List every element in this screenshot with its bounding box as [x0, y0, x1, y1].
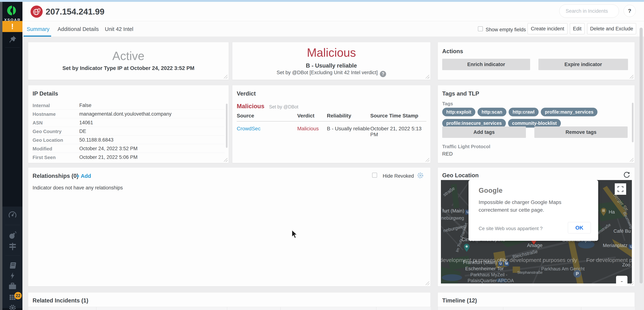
briefcase-icon[interactable]: [2, 281, 22, 291]
window-top-strip: [0, 0, 644, 2]
verdict-set-by-note: Set by @DBot [Excluding Unit 42 Intel ve…: [232, 70, 430, 77]
tag[interactable]: http:exploit: [442, 108, 475, 116]
tag[interactable]: http:scan: [478, 108, 506, 116]
page-header: [22, 2, 644, 21]
restaurant-pin-icon: [600, 208, 607, 217]
relationships-title: Relationships (0): [32, 173, 78, 179]
delete-and-exclude-button[interactable]: Delete and Exclude: [587, 23, 636, 34]
timeline-card: Timeline (12): [438, 292, 635, 310]
resize-handle[interactable]: [426, 158, 429, 162]
resize-handle[interactable]: [630, 281, 634, 285]
scrollbar[interactable]: [226, 104, 228, 148]
add-relationship-link[interactable]: + Add: [76, 173, 91, 179]
verdict-set-by: Set by @DBot: [269, 104, 298, 110]
tag[interactable]: profile:insecure_services: [442, 119, 506, 128]
ubahn-badge: U: [628, 244, 632, 249]
indicator-type-icon: [30, 5, 43, 19]
xsoar-indicator-page: XSOAR !: [0, 0, 644, 310]
dashboard-gauge-icon[interactable]: [2, 210, 22, 220]
resize-handle[interactable]: [224, 158, 228, 162]
ip-details-card: IP Details InternalFalse Hostnamemanagem…: [28, 85, 229, 163]
resize-handle[interactable]: [630, 158, 634, 162]
signpost-icon[interactable]: [2, 241, 22, 251]
column-divider: [581, 307, 581, 310]
hide-revoked-checkbox[interactable]: [372, 173, 377, 178]
create-incident-button[interactable]: Create incident: [528, 23, 568, 34]
lightning-icon[interactable]: [2, 271, 22, 280]
column-header-verdict[interactable]: Verdict: [297, 113, 314, 119]
map-label: Ha: [609, 209, 615, 215]
parking-badge-icon: P: [573, 270, 581, 278]
enrich-indicator-button[interactable]: Enrich indicator: [442, 59, 530, 70]
column-header-reliability[interactable]: Reliability: [327, 113, 351, 119]
tlp-label: Traffic Light Protocol: [442, 144, 490, 149]
alerts-button[interactable]: !: [2, 21, 22, 32]
sidebar-divider: [5, 48, 20, 48]
table-row: ASN14061: [32, 118, 224, 127]
sidebar-divider: [5, 255, 20, 256]
xsoar-logo-icon[interactable]: [2, 4, 22, 17]
resize-handle[interactable]: [426, 75, 429, 79]
remove-tags-button[interactable]: Remove tags: [534, 126, 628, 138]
book-icon[interactable]: [2, 261, 22, 270]
relationships-card: Relationships (0) + Add Hide Revoked Ind…: [28, 167, 430, 286]
tab-unit-42-intel[interactable]: Unit 42 Intel: [105, 26, 133, 32]
pin-icon[interactable]: [2, 34, 22, 45]
relationships-settings-gear-icon[interactable]: [416, 172, 424, 180]
edit-button[interactable]: Edit: [570, 23, 584, 34]
sidebar-divider: [5, 225, 20, 225]
google-map[interactable]: straße furt (Main)UM neburgweg neburgweg…: [441, 180, 632, 283]
page-scrollbar[interactable]: [640, 28, 643, 283]
map-label: PalaisQuartier APCOA: [468, 278, 514, 283]
gear-icon[interactable]: [2, 304, 22, 310]
status-set-by-note: Set by Indicator Type IP at October 24, …: [28, 65, 229, 71]
map-label: Parkhaus MyZeil -: [470, 272, 507, 277]
dialog-message: Impossible de charger Google Maps correc…: [479, 198, 582, 214]
column-divider: [280, 307, 280, 310]
table-row: InternalFalse: [32, 101, 224, 110]
tab-additional-details[interactable]: Additional Details: [58, 26, 99, 32]
table-row: Hostnamemanagemental.dont.youlovethat.co…: [32, 110, 224, 118]
tags-tlp-card: Tags and TLP Tags http:exploithttp:scanh…: [438, 85, 635, 163]
column-header-timestamp[interactable]: Source Time Stamp: [370, 113, 418, 119]
zoom-out-button[interactable]: -: [616, 276, 628, 283]
fullscreen-button[interactable]: [615, 183, 626, 195]
ok-button[interactable]: OK: [568, 222, 591, 233]
refresh-icon[interactable]: [623, 171, 630, 179]
tab-summary[interactable]: Summary: [27, 26, 50, 32]
table-row: First SeenOctober 21, 2022 5:06 PM: [32, 153, 224, 161]
help-button[interactable]: ?: [624, 5, 636, 17]
column-header-source[interactable]: Source: [237, 113, 254, 119]
tag[interactable]: profile:many_services: [541, 108, 598, 116]
tag[interactable]: community-blocklist: [508, 119, 561, 128]
search-input[interactable]: [559, 5, 619, 18]
column-divider: [227, 307, 227, 310]
related-incidents-title: Related Incidents (1): [32, 297, 88, 304]
help-icon[interactable]: ?: [380, 71, 386, 77]
show-empty-fields-checkbox[interactable]: [478, 26, 483, 31]
source-link[interactable]: CrowdSec: [237, 126, 260, 132]
map-watermark: For development purposes only: [586, 257, 632, 263]
resize-handle[interactable]: [630, 75, 634, 79]
map-label: Café Bu: [614, 228, 631, 234]
notification-count-badge: 22: [14, 292, 22, 299]
column-divider: [96, 307, 96, 310]
resize-handle[interactable]: [426, 281, 429, 285]
related-incidents-card: Related Incidents (1): [28, 292, 430, 310]
actions-title: Actions: [442, 48, 463, 55]
scrollbar[interactable]: [632, 103, 634, 142]
table-header-row: [438, 307, 635, 310]
dialog-question: Ce site Web vous appartient ?: [479, 226, 543, 231]
resize-handle[interactable]: [224, 75, 228, 79]
expire-indicator-button[interactable]: Expire indicator: [538, 59, 628, 70]
mouse-cursor: [291, 230, 300, 240]
tag[interactable]: http:crawl: [508, 108, 538, 116]
tags-label: Tags: [442, 101, 453, 107]
add-tags-button[interactable]: Add tags: [442, 126, 526, 138]
hide-revoked-label: Hide Revoked: [382, 173, 414, 179]
tlp-value: RED: [442, 151, 453, 157]
bomb-icon[interactable]: [2, 230, 22, 240]
table-header-divider: [237, 121, 426, 122]
map-label: MerianplatzU: [603, 243, 632, 249]
map-watermark: For development purposes only: [441, 257, 507, 263]
